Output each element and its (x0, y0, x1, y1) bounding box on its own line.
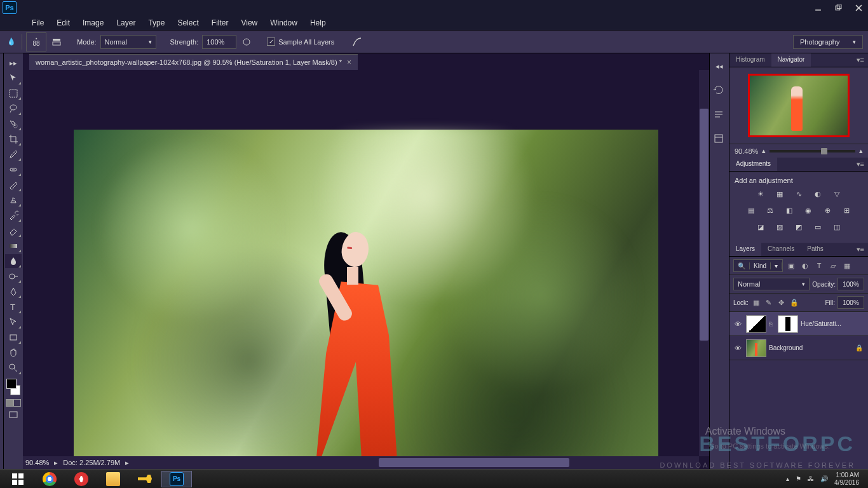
levels-icon[interactable]: ▦ (773, 188, 786, 200)
minimize-button[interactable] (808, 1, 827, 15)
actions-panel-icon[interactable] (712, 108, 727, 121)
panel-menu-icon[interactable]: ▾≡ (853, 158, 868, 171)
photo-filter-icon[interactable]: ◉ (802, 205, 815, 216)
properties-panel-icon[interactable] (712, 132, 727, 145)
navigator-panel[interactable] (729, 67, 868, 144)
zoom-in-icon[interactable]: ▴ (859, 147, 863, 155)
visibility-toggle-icon[interactable]: 👁 (732, 320, 743, 328)
blur-tool[interactable] (5, 254, 22, 268)
selective-color-icon[interactable]: ◫ (831, 221, 843, 233)
healing-brush-tool[interactable] (5, 163, 22, 177)
layer-mask-thumbnail[interactable] (778, 315, 798, 333)
hue-sat-icon[interactable]: ▤ (745, 205, 757, 216)
history-panel-icon[interactable] (712, 84, 727, 97)
hand-tool[interactable] (5, 346, 22, 360)
layer-filter-kind[interactable]: 🔍Kind▾ (733, 259, 783, 272)
pressure-icon[interactable] (240, 36, 253, 48)
taskbar-opera[interactable] (66, 471, 97, 487)
tab-paths[interactable]: Paths (801, 243, 830, 256)
tab-layers[interactable]: Layers (729, 243, 761, 256)
opacity-input[interactable]: 100% (837, 278, 864, 290)
path-select-tool[interactable] (5, 315, 22, 329)
zoom-readout[interactable]: 90.48% (25, 459, 49, 466)
layer-thumbnail[interactable] (746, 339, 766, 357)
taskbar-keys[interactable] (130, 471, 160, 487)
threshold-icon[interactable]: ◩ (792, 221, 805, 233)
taskbar-photoshop[interactable]: Ps (161, 471, 192, 487)
move-tool[interactable] (5, 71, 22, 85)
type-tool[interactable]: T (5, 300, 22, 314)
taskbar-explorer[interactable] (98, 471, 128, 487)
pen-tool[interactable] (5, 285, 22, 299)
quick-mask-toggle[interactable] (5, 399, 22, 407)
tab-histogram[interactable]: Histogram (729, 53, 771, 67)
filter-smart-icon[interactable]: ▦ (841, 260, 853, 271)
lock-pixels-icon[interactable]: ✎ (764, 297, 774, 308)
brightness-contrast-icon[interactable]: ☀ (754, 188, 767, 200)
tray-volume-icon[interactable]: 🔊 (820, 475, 828, 482)
filter-pixel-icon[interactable]: ▣ (785, 260, 797, 271)
zoom-tool[interactable] (5, 361, 22, 375)
layer-row[interactable]: 👁 ⎘ Hue/Saturati... (729, 312, 868, 336)
gradient-tool[interactable] (5, 239, 22, 253)
lasso-tool[interactable] (5, 102, 22, 116)
exposure-icon[interactable]: ◐ (811, 188, 824, 200)
navigator-thumbnail[interactable] (748, 74, 850, 137)
layer-blend-mode-select[interactable]: Normal (733, 278, 810, 290)
blend-mode-select[interactable]: Normal (100, 35, 156, 49)
posterize-icon[interactable]: ▨ (773, 221, 786, 233)
horizontal-scrollbar[interactable] (379, 458, 569, 467)
menu-edit[interactable]: Edit (50, 16, 76, 30)
tray-clock[interactable]: 1:00 AM4/9/2016 (834, 471, 859, 487)
tool-preset-icon[interactable]: 💧 (5, 36, 18, 48)
tray-up-icon[interactable]: ▴ (786, 475, 789, 482)
quick-select-tool[interactable] (5, 117, 22, 131)
filter-adjust-icon[interactable]: ◐ (799, 260, 811, 271)
status-icon[interactable]: ▸ (54, 459, 58, 467)
strength-input[interactable]: 100% (202, 35, 236, 49)
color-swatches[interactable] (5, 379, 22, 395)
navigator-zoom-value[interactable]: 90.48% (735, 147, 758, 155)
status-chevron-icon[interactable]: ▸ (125, 459, 129, 467)
brush-tool[interactable] (5, 178, 22, 192)
lock-position-icon[interactable]: ✥ (776, 297, 787, 308)
doc-size-readout[interactable]: Doc: 2.25M/2.79M (63, 459, 120, 466)
color-balance-icon[interactable]: ⚖ (764, 205, 776, 216)
rectangle-tool[interactable] (5, 330, 22, 344)
canvas-area[interactable]: 90.48% ▸ Doc: 2.25M/2.79M ▸ (23, 70, 709, 469)
collapse-icon[interactable]: ▸▸ (5, 56, 22, 70)
visibility-toggle-icon[interactable]: 👁 (732, 344, 743, 352)
vibrance-icon[interactable]: ▽ (831, 188, 843, 200)
eraser-tool[interactable] (5, 224, 22, 238)
menu-file[interactable]: File (25, 16, 50, 30)
tab-navigator[interactable]: Navigator (771, 53, 811, 67)
lock-transparent-icon[interactable]: ▦ (751, 297, 761, 308)
filter-shape-icon[interactable]: ▱ (827, 260, 839, 271)
document-canvas[interactable] (74, 130, 658, 460)
workspace-select[interactable]: Photography (793, 35, 863, 49)
eyedropper-tool[interactable] (5, 147, 22, 161)
vertical-scrollbar[interactable] (699, 70, 709, 456)
history-brush-tool[interactable] (5, 208, 22, 222)
layer-thumbnail[interactable] (746, 315, 766, 333)
brush-panel-icon[interactable] (50, 36, 63, 48)
navigator-zoom-slider[interactable] (770, 150, 855, 152)
curves-icon[interactable]: ∿ (792, 188, 805, 200)
invert-icon[interactable]: ◪ (754, 221, 767, 233)
document-tab[interactable]: woman_artistic_photography-wallpaper-102… (29, 54, 358, 70)
gradient-map-icon[interactable]: ▭ (811, 221, 824, 233)
menu-window[interactable]: Window (264, 16, 304, 30)
menu-layer[interactable]: Layer (110, 16, 142, 30)
tablet-pressure-icon[interactable] (351, 36, 363, 48)
menu-filter[interactable]: Filter (205, 16, 235, 30)
foreground-color-swatch[interactable] (6, 379, 17, 389)
menu-image[interactable]: Image (76, 16, 110, 30)
menu-view[interactable]: View (234, 16, 264, 30)
close-icon[interactable]: × (347, 58, 351, 67)
tab-channels[interactable]: Channels (761, 243, 801, 256)
layer-row[interactable]: 👁 Background 🔒 (729, 336, 868, 360)
layer-name[interactable]: Background (769, 344, 853, 351)
expand-icon[interactable]: ◂◂ (712, 60, 727, 72)
close-button[interactable] (849, 1, 868, 15)
zoom-out-icon[interactable]: ▴ (762, 147, 766, 155)
